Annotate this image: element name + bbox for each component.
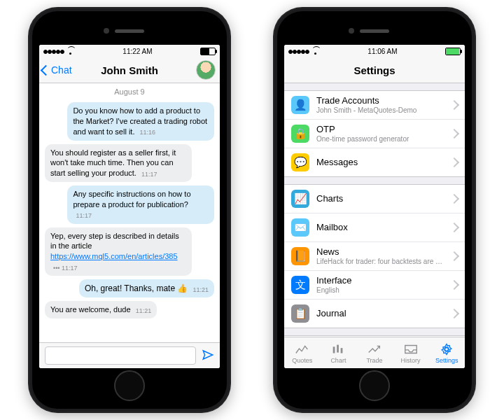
timestamp: 11:21 [192, 286, 209, 294]
message-in: Yep, every step is described in details … [45, 227, 192, 276]
chart-icon: 📈 [291, 190, 309, 208]
timestamp: 11:21 [136, 307, 152, 315]
settings-group: 👤 Trade Accounts John Smith - MetaQuotes… [284, 90, 465, 177]
tab-trade[interactable]: Trade [356, 337, 393, 368]
send-icon[interactable] [202, 349, 214, 363]
tab-settings[interactable]: Settings [428, 337, 465, 368]
phone-settings: 11:06 AM Settings 👤 Trade Accounts John … [273, 7, 476, 413]
battery-icon [445, 48, 461, 55]
gear-icon [439, 342, 454, 356]
chevron-right-icon [449, 100, 459, 110]
candles-icon [330, 342, 346, 356]
timestamp: 11:16 [140, 128, 156, 136]
message-in: You should register as a seller first, i… [45, 144, 192, 183]
message-in: You are welcome, dude 11:21 [45, 301, 157, 318]
wifi-icon [66, 48, 75, 55]
svg-rect-0 [333, 346, 335, 353]
status-bar: 11:22 AM [39, 45, 220, 57]
message-out: Do you know how to add a product to the … [67, 102, 214, 141]
inbox-icon [403, 342, 419, 356]
tab-history[interactable]: History [393, 337, 429, 368]
compose-bar [39, 342, 220, 368]
wifi-icon [312, 48, 320, 55]
lock-icon: 🔒 [291, 125, 309, 143]
battery-icon [200, 48, 216, 55]
home-button[interactable] [359, 370, 390, 401]
timestamp: ••• 11:17 [53, 264, 77, 272]
chat-body[interactable]: August 9 Do you know how to add a produc… [39, 83, 220, 342]
signal-icon [43, 48, 64, 55]
row-journal[interactable]: 📋 Journal [284, 300, 465, 328]
chevron-right-icon [449, 251, 459, 261]
row-news[interactable]: 📙 News LifeHack for trader: four backtes… [284, 242, 465, 271]
chat-icon: 💬 [291, 153, 309, 172]
timestamp: 11:17 [76, 211, 92, 220]
trend-icon [367, 342, 382, 356]
svg-rect-2 [341, 348, 343, 353]
row-mailbox[interactable]: ✉️ Mailbox [284, 214, 465, 242]
nav-bar: Chat John Smith [39, 57, 220, 83]
chevron-right-icon [449, 158, 459, 167]
home-button[interactable] [114, 370, 145, 401]
quotes-icon [295, 342, 310, 356]
page-title: Settings [354, 64, 395, 76]
news-icon: 📙 [291, 247, 309, 265]
globe-icon: 文 [291, 276, 309, 294]
chevron-right-icon [449, 223, 459, 232]
chevron-right-icon [449, 129, 459, 139]
svg-rect-1 [337, 344, 340, 352]
chevron-right-icon [449, 309, 459, 318]
back-label: Chat [51, 64, 72, 76]
timestamp: 11:17 [141, 170, 158, 178]
tab-bar: Quotes Chart Trade History Settings [284, 337, 465, 368]
message-out: Oh, great! Thanks, mate 👍 11:21 [79, 279, 214, 298]
tab-chart[interactable]: Chart [321, 337, 357, 368]
clock: 11:06 AM [368, 48, 397, 55]
phone-chat: 11:22 AM Chat John Smith August 9 Do you… [28, 7, 231, 413]
row-interface[interactable]: 文 Interface English [284, 271, 465, 300]
mail-icon: ✉️ [291, 218, 309, 237]
back-button[interactable]: Chat [42, 64, 72, 76]
settings-body[interactable]: 👤 Trade Accounts John Smith - MetaQuotes… [284, 83, 465, 337]
row-about[interactable]: ℹ️ About [284, 336, 465, 337]
chevron-left-icon [41, 64, 52, 76]
status-bar: 11:06 AM [284, 45, 465, 57]
tab-quotes[interactable]: Quotes [284, 337, 321, 368]
row-trade-accounts[interactable]: 👤 Trade Accounts John Smith - MetaQuotes… [284, 91, 465, 120]
message-out: Any specific instructions on how to prep… [67, 186, 214, 224]
journal-icon: 📋 [291, 304, 309, 323]
chevron-right-icon [449, 280, 459, 290]
settings-group: 📈 Charts ✉️ Mailbox 📙 News LifeHack for … [284, 184, 465, 328]
avatar[interactable] [196, 60, 216, 80]
row-otp[interactable]: 🔒 OTP One-time password generator [284, 120, 465, 148]
chevron-right-icon [449, 194, 459, 204]
person-icon: 👤 [291, 96, 309, 114]
message-input[interactable] [45, 346, 196, 365]
signal-icon [288, 48, 309, 55]
settings-group: ℹ️ About [284, 335, 465, 337]
date-header: August 9 [45, 88, 214, 96]
svg-point-3 [444, 347, 449, 351]
clock: 11:22 AM [122, 48, 152, 55]
row-messages[interactable]: 💬 Messages [284, 148, 465, 176]
article-link[interactable]: https://www.mql5.com/en/articles/385 [50, 252, 178, 260]
nav-bar: Settings [284, 57, 465, 83]
page-title: John Smith [101, 64, 158, 76]
row-charts[interactable]: 📈 Charts [284, 185, 465, 214]
